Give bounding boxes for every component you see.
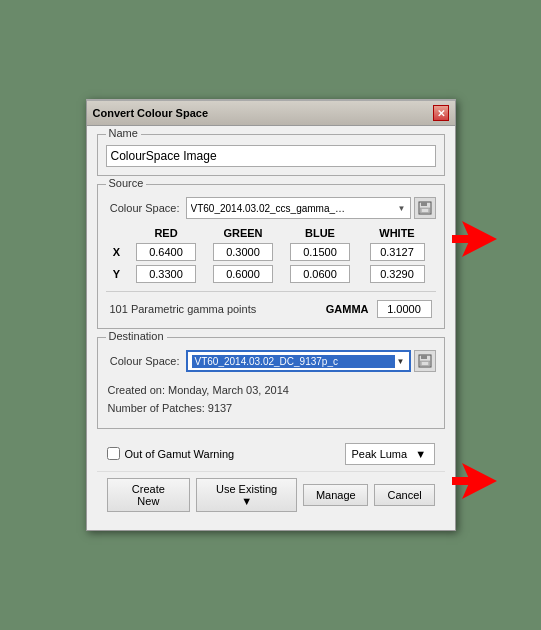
source-group-label: Source xyxy=(106,177,147,189)
patches-count: Number of Patches: 9137 xyxy=(108,400,434,418)
svg-rect-9 xyxy=(421,355,427,359)
row-y-label: Y xyxy=(106,263,128,285)
x-red-input[interactable] xyxy=(136,243,196,261)
close-button[interactable]: ✕ xyxy=(433,105,449,121)
gamut-row: Out of Gamut Warning Peak Luma ▼ xyxy=(97,437,445,471)
matrix-table: RED GREEN BLUE WHITE X Y xyxy=(106,225,436,285)
svg-rect-5 xyxy=(421,202,427,206)
x-blue-input[interactable] xyxy=(290,243,350,261)
matrix-row-y: Y xyxy=(106,263,436,285)
col-red: RED xyxy=(128,225,205,241)
create-new-button[interactable]: Create New xyxy=(107,478,191,512)
manage-button[interactable]: Manage xyxy=(303,484,369,506)
window-title: Convert Colour Space xyxy=(93,107,209,119)
dest-save-button[interactable] xyxy=(414,350,436,372)
col-blue: BLUE xyxy=(282,225,359,241)
gamma-keyword: GAMMA xyxy=(326,303,369,315)
row-x-label: X xyxy=(106,241,128,263)
cancel-button[interactable]: Cancel xyxy=(374,484,434,506)
source-cs-value: VT60_2014.03.02_ccs_gamma_mirr xyxy=(191,203,351,214)
save-icon xyxy=(418,201,432,215)
svg-rect-11 xyxy=(422,362,428,365)
name-group: Name xyxy=(97,134,445,176)
source-save-button[interactable] xyxy=(414,197,436,219)
name-group-label: Name xyxy=(106,127,141,139)
divider xyxy=(106,291,436,292)
gamut-label: Out of Gamut Warning xyxy=(125,448,235,460)
y-green-input[interactable] xyxy=(213,265,273,283)
dest-cs-dropdown[interactable]: VT60_2014.03.02_DC_9137p_c ▼ xyxy=(186,350,411,372)
dest-info: Created on: Monday, March 03, 2014 Numbe… xyxy=(106,378,436,419)
col-white: WHITE xyxy=(359,225,436,241)
source-cs-arrow: ▼ xyxy=(398,204,406,213)
gamut-dropdown[interactable]: Peak Luma ▼ xyxy=(345,443,435,465)
x-green-input[interactable] xyxy=(213,243,273,261)
gamut-checkbox[interactable] xyxy=(107,447,120,460)
svg-marker-2 xyxy=(462,463,497,499)
dest-cs-label: Colour Space: xyxy=(106,355,186,367)
gamut-dropdown-arrow: ▼ xyxy=(415,448,426,460)
gamut-checkbox-wrap: Out of Gamut Warning xyxy=(107,447,345,460)
x-white-input[interactable] xyxy=(370,243,425,261)
created-on: Created on: Monday, March 03, 2014 xyxy=(108,382,434,400)
destination-group: Destination Colour Space: VT60_2014.03.0… xyxy=(97,337,445,428)
main-window: Convert Colour Space ✕ Name Source Colou… xyxy=(86,99,456,530)
use-existing-button[interactable]: Use Existing ▼ xyxy=(196,478,297,512)
gamut-dropdown-value: Peak Luma xyxy=(352,448,408,460)
name-input[interactable] xyxy=(106,145,436,167)
bottom-bar: Create New Use Existing ▼ Manage Cancel xyxy=(97,471,445,520)
matrix-row-x: X xyxy=(106,241,436,263)
dest-cs-value: VT60_2014.03.02_DC_9137p_c xyxy=(192,355,395,368)
svg-rect-7 xyxy=(422,209,428,212)
col-green: GREEN xyxy=(205,225,282,241)
destination-group-label: Destination xyxy=(106,330,167,342)
title-bar: Convert Colour Space ✕ xyxy=(87,101,455,126)
y-white-input[interactable] xyxy=(370,265,425,283)
gamma-desc: 101 Parametric gamma points xyxy=(110,303,326,315)
svg-marker-0 xyxy=(462,221,497,257)
y-blue-input[interactable] xyxy=(290,265,350,283)
source-cs-dropdown[interactable]: VT60_2014.03.02_ccs_gamma_mirr ▼ xyxy=(186,197,411,219)
gamma-input[interactable] xyxy=(377,300,432,318)
source-cs-label: Colour Space: xyxy=(106,202,186,214)
source-group: Source Colour Space: VT60_2014.03.02_ccs… xyxy=(97,184,445,329)
dest-cs-arrow: ▼ xyxy=(395,357,405,366)
dest-save-icon xyxy=(418,354,432,368)
y-red-input[interactable] xyxy=(136,265,196,283)
gamma-row: 101 Parametric gamma points GAMMA xyxy=(106,296,436,320)
